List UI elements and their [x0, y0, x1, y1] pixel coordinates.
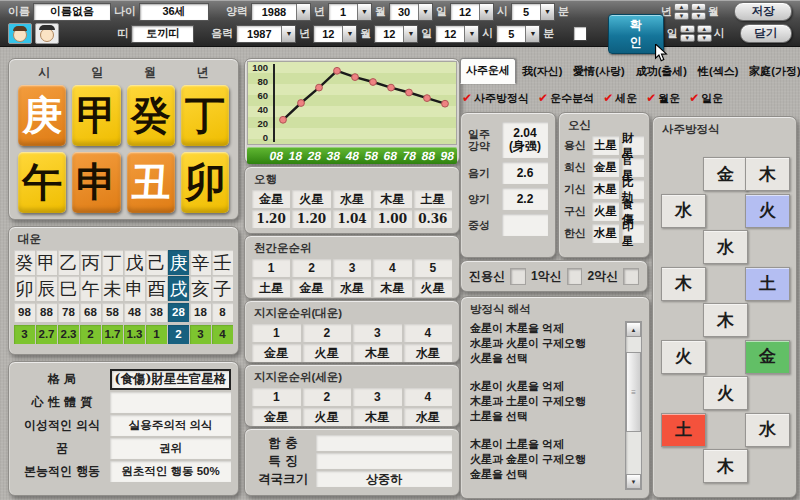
daewoon-cell[interactable]: 98 — [14, 303, 35, 322]
daewoon-cell[interactable]: 68 — [80, 303, 101, 322]
analysis-check[interactable]: ✔일운 — [689, 91, 723, 106]
chevron-down-icon[interactable]: ▼ — [281, 26, 295, 42]
daewoon-cell[interactable]: 丁 — [102, 250, 123, 275]
spin-up-icon[interactable]: ▲ — [680, 25, 695, 33]
name-input[interactable]: 이름없음 — [33, 3, 111, 21]
lunar-date-select[interactable]: 5▼ — [496, 25, 540, 43]
scrollbar[interactable]: ▲ ≡ ▼ — [625, 321, 642, 490]
daewoon-cell[interactable]: 58 — [102, 303, 123, 322]
daewoon-cell[interactable]: 卯 — [14, 276, 35, 301]
daewoon-cell[interactable]: 1 — [146, 325, 167, 344]
close-button[interactable]: 닫기 — [740, 24, 792, 43]
daewoon-cell[interactable]: 庚 — [168, 250, 189, 275]
daewoon-cell[interactable]: 4 — [212, 325, 233, 344]
daewoon-cell[interactable]: 1.7 — [102, 325, 123, 344]
daewoon-cell[interactable]: 辛 — [190, 250, 211, 275]
chevron-down-icon[interactable]: ▼ — [525, 26, 539, 42]
year-spinner[interactable]: ▲▼ — [674, 3, 689, 20]
solar-date-select[interactable]: 12▼ — [450, 3, 494, 21]
daewoon-cell[interactable]: 申 — [124, 276, 145, 301]
spin-up-icon[interactable]: ▲ — [697, 25, 712, 33]
daewoon-cell[interactable]: 1.3 — [124, 325, 145, 344]
daewoon-cell[interactable]: 2 — [168, 325, 189, 344]
tab-item[interactable]: 我(자신) — [517, 60, 567, 84]
daewoon-cell[interactable]: 18 — [190, 303, 211, 322]
daewoon-cell[interactable]: 8 — [212, 303, 233, 322]
daewoon-cell[interactable]: 28 — [168, 303, 189, 322]
daewoon-cell[interactable]: 子 — [212, 276, 233, 301]
solar-date-select[interactable]: 1▼ — [328, 3, 372, 21]
daewoon-cell[interactable]: 3 — [190, 325, 211, 344]
daewoon-cell[interactable]: 辰 — [36, 276, 57, 301]
daewoon-cell[interactable]: 乙 — [58, 250, 79, 275]
age-input[interactable]: 36세 — [139, 3, 209, 21]
zodiac-input[interactable]: 토끼띠 — [131, 25, 194, 43]
daewoon-cell[interactable]: 癸 — [14, 250, 35, 275]
tab-item[interactable]: 成功(출세) — [631, 60, 692, 84]
chevron-down-icon[interactable]: ▼ — [357, 4, 371, 20]
analysis-check[interactable]: ✔운수분석 — [538, 91, 594, 106]
spin-down-icon[interactable]: ▼ — [674, 12, 689, 20]
daewoon-cell[interactable]: 亥 — [190, 276, 211, 301]
chevron-down-icon[interactable]: ▼ — [342, 26, 356, 42]
tab-item[interactable]: 性(섹스) — [693, 60, 743, 84]
tab-item[interactable]: 愛情(사랑) — [568, 60, 629, 84]
scroll-down-icon[interactable]: ▼ — [626, 474, 641, 489]
daewoon-cell[interactable]: 午 — [80, 276, 101, 301]
tab-item[interactable]: 家庭(가정) — [744, 60, 800, 84]
daewoon-cell[interactable]: 48 — [124, 303, 145, 322]
daewoon-cell[interactable]: 酉 — [146, 276, 167, 301]
spin-down-icon[interactable]: ▼ — [691, 12, 706, 20]
save-button[interactable]: 저장 — [734, 2, 792, 21]
daewoon-cell[interactable]: 甲 — [36, 250, 57, 275]
spin-down-icon[interactable]: ▼ — [697, 34, 712, 42]
daewoon-cell[interactable]: 2 — [80, 325, 101, 344]
daewoon-cell[interactable]: 78 — [58, 303, 79, 322]
solar-date-select[interactable]: 1988▼ — [251, 3, 311, 21]
chevron-down-icon[interactable]: ▼ — [540, 4, 554, 20]
spin-up-icon[interactable]: ▲ — [691, 3, 706, 11]
gender-female-icon[interactable] — [35, 23, 59, 44]
jinyongshin-field[interactable] — [623, 268, 639, 285]
spin-down-icon[interactable]: ▼ — [680, 34, 695, 42]
daewoon-cell[interactable]: 丙 — [80, 250, 101, 275]
chevron-down-icon[interactable]: ▼ — [403, 26, 417, 42]
analysis-check[interactable]: ✔월운 — [646, 91, 680, 106]
daewoon-cell[interactable]: 戊 — [124, 250, 145, 275]
daewoon-cell[interactable]: 2.3 — [58, 325, 79, 344]
daewoon-cell[interactable]: 88 — [36, 303, 57, 322]
spin-up-icon[interactable]: ▲ — [674, 3, 689, 11]
daewoon-cell[interactable]: 2.7 — [36, 325, 57, 344]
hour-spinner[interactable]: ▲▼ — [697, 25, 712, 42]
chevron-down-icon[interactable]: ▼ — [479, 4, 493, 20]
lunar-date-select[interactable]: 12▼ — [435, 25, 479, 43]
lunar-date-select[interactable]: 12▼ — [374, 25, 418, 43]
chevron-down-icon[interactable]: ▼ — [296, 4, 310, 20]
daewoon-cell[interactable]: 38 — [146, 303, 167, 322]
lunar-date-select[interactable]: 12▼ — [313, 25, 357, 43]
confirm-button[interactable]: 확인 — [608, 14, 664, 54]
element-box: 木 — [703, 303, 748, 337]
scroll-up-icon[interactable]: ▲ — [626, 322, 641, 337]
jinyongshin-field[interactable] — [567, 268, 583, 285]
day-spinner[interactable]: ▲▼ — [680, 25, 695, 42]
solar-date-select[interactable]: 5▼ — [511, 3, 555, 21]
solar-date-select[interactable]: 30▼ — [389, 3, 433, 21]
lunar-date-select[interactable]: 1987▼ — [236, 25, 296, 43]
gender-male-icon[interactable] — [8, 23, 32, 44]
tab-item[interactable]: 사주운세 — [460, 58, 516, 84]
daewoon-cell[interactable]: 戌 — [168, 276, 189, 301]
analysis-check[interactable]: ✔세운 — [603, 91, 637, 106]
month-spinner[interactable]: ▲▼ — [691, 3, 706, 20]
analysis-check[interactable]: ✔사주방정식 — [462, 91, 529, 106]
daewoon-cell[interactable]: 壬 — [212, 250, 233, 275]
chevron-down-icon[interactable]: ▼ — [464, 26, 478, 42]
chevron-down-icon[interactable]: ▼ — [418, 4, 432, 20]
jinyongshin-field[interactable] — [510, 268, 526, 285]
scrollbar-thumb[interactable]: ≡ — [626, 352, 641, 432]
daewoon-cell[interactable]: 3 — [14, 325, 35, 344]
daewoon-cell[interactable]: 巳 — [58, 276, 79, 301]
daewoon-cell[interactable]: 未 — [102, 276, 123, 301]
option-checkbox[interactable] — [573, 26, 587, 41]
daewoon-cell[interactable]: 己 — [146, 250, 167, 275]
